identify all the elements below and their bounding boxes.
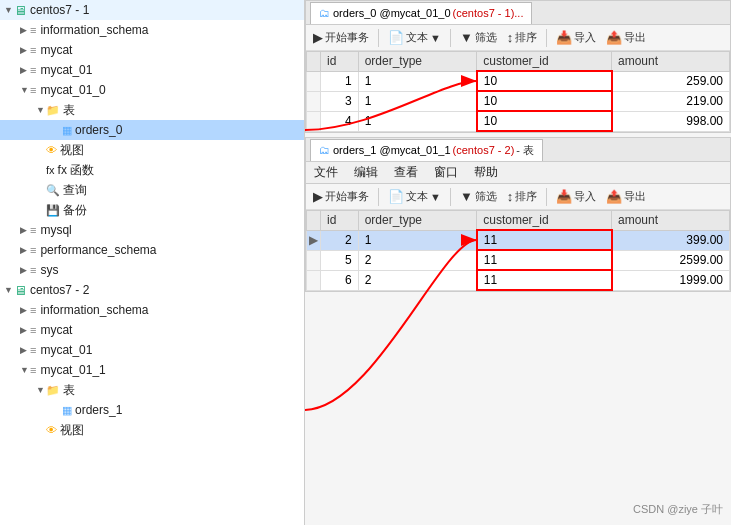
col-header-id: id [321, 211, 359, 231]
menu-item-查看[interactable]: 查看 [390, 162, 422, 183]
export-icon: 📤 [606, 30, 622, 45]
cell-order_type[interactable]: 2 [358, 250, 477, 270]
sidebar-item-biao1[interactable]: ▼ 📁 表 [0, 100, 304, 120]
tree-label: information_schema [40, 23, 148, 37]
sidebar-item-mycat_012[interactable]: ▶ ≡ mycat_01 [0, 340, 304, 360]
expand-arrow: ▶ [20, 325, 30, 335]
cell-order_type[interactable]: 1 [358, 111, 477, 131]
cell-customer_id[interactable]: 10 [477, 91, 612, 111]
table-row[interactable]: 1110259.00 [307, 71, 730, 91]
begin-tx-label: 开始事务 [325, 30, 369, 45]
expand-arrow: ▼ [36, 105, 46, 115]
cell-customer_id[interactable]: 11 [477, 270, 612, 290]
text-button[interactable]: 📄 文本 ▼ [385, 29, 444, 46]
cell-id[interactable]: 2 [321, 230, 359, 250]
sort-button[interactable]: ↕ 排序 [504, 29, 541, 46]
cell-id[interactable]: 4 [321, 111, 359, 131]
menu-item-编辑[interactable]: 编辑 [350, 162, 382, 183]
sidebar-item-mysql1[interactable]: ▶ ≡ mysql [0, 220, 304, 240]
bottom-panel-tab[interactable]: 🗂 orders_1 @mycat_01_1 (centos7 - 2) - 表 [310, 139, 543, 161]
menu-item-文件[interactable]: 文件 [310, 162, 342, 183]
export-label2: 导出 [624, 189, 646, 204]
cell-customer_id[interactable]: 10 [477, 71, 612, 91]
menu-item-窗口[interactable]: 窗口 [430, 162, 462, 183]
sidebar-item-information_schema1[interactable]: ▶ ≡ information_schema [0, 20, 304, 40]
col-header-amount: amount [612, 52, 730, 72]
cell-order_type[interactable]: 1 [358, 230, 477, 250]
cell-amount[interactable]: 998.00 [612, 111, 730, 131]
cell-id[interactable]: 1 [321, 71, 359, 91]
filter-label2: 筛选 [475, 189, 497, 204]
col-header-amount: amount [612, 211, 730, 231]
sidebar-item-mycat2[interactable]: ▶ ≡ mycat [0, 320, 304, 340]
sidebar-item-mycat_01_1[interactable]: ▼ ≡ mycat_01_1 [0, 360, 304, 380]
cell-amount[interactable]: 399.00 [612, 230, 730, 250]
export-button[interactable]: 📤 导出 [603, 29, 649, 46]
import-label2: 导入 [574, 189, 596, 204]
begin-tx-button[interactable]: ▶ 开始事务 [310, 29, 372, 46]
tree-label: 备份 [63, 202, 87, 219]
tree-label: mycat_01 [40, 343, 92, 357]
sidebar-item-information_schema2[interactable]: ▶ ≡ information_schema [0, 300, 304, 320]
cell-amount[interactable]: 219.00 [612, 91, 730, 111]
table-icon2: 🗂 [319, 144, 330, 156]
sidebar-item-performance_schema1[interactable]: ▶ ≡ performance_schema [0, 240, 304, 260]
sidebar-item-shitu1[interactable]: 👁 视图 [0, 140, 304, 160]
filter-button2[interactable]: ▼ 筛选 [457, 188, 500, 205]
sidebar-item-mycat_011[interactable]: ▶ ≡ mycat_01 [0, 60, 304, 80]
filter-button[interactable]: ▼ 筛选 [457, 29, 500, 46]
top-tab-bar: 🗂 orders_0 @mycat_01_0 (centos7 - 1)... [306, 1, 730, 25]
menu-item-帮助[interactable]: 帮助 [470, 162, 502, 183]
expand-arrow: ▼ [20, 365, 30, 375]
text-button2[interactable]: 📄 文本 ▼ [385, 188, 444, 205]
cell-order_type[interactable]: 2 [358, 270, 477, 290]
sidebar-item-mycat_01_0[interactable]: ▼ ≡ mycat_01_0 [0, 80, 304, 100]
cell-order_type[interactable]: 1 [358, 71, 477, 91]
sidebar-item-hanshu1[interactable]: fx fx 函数 [0, 160, 304, 180]
cell-customer_id[interactable]: 11 [477, 230, 612, 250]
cell-customer_id[interactable]: 11 [477, 250, 612, 270]
cell-id[interactable]: 5 [321, 250, 359, 270]
sidebar-item-shitu2[interactable]: 👁 视图 [0, 420, 304, 440]
begin-tx-button2[interactable]: ▶ 开始事务 [310, 188, 372, 205]
top-table-panel: 🗂 orders_0 @mycat_01_0 (centos7 - 1)... … [305, 0, 731, 133]
expand-arrow: ▼ [4, 5, 14, 15]
bottom-tab-text: orders_1 @mycat_01_1 [333, 144, 451, 156]
table-row[interactable]: 4110998.00 [307, 111, 730, 131]
sidebar-item-centos7-2[interactable]: ▼ 🖥 centos7 - 2 [0, 280, 304, 300]
sidebar-item-mycat1[interactable]: ▶ ≡ mycat [0, 40, 304, 60]
row-indicator [307, 71, 321, 91]
tree-label: mycat_01_0 [40, 83, 105, 97]
cell-id[interactable]: 3 [321, 91, 359, 111]
cell-order_type[interactable]: 1 [358, 91, 477, 111]
bottom-table-label: - 表 [516, 143, 534, 158]
export-button2[interactable]: 📤 导出 [603, 188, 649, 205]
table-row[interactable]: ▶2111399.00 [307, 230, 730, 250]
sidebar-item-chaxun1[interactable]: 🔍 查询 [0, 180, 304, 200]
separator3 [546, 29, 547, 47]
cell-amount[interactable]: 259.00 [612, 71, 730, 91]
cell-id[interactable]: 6 [321, 270, 359, 290]
import-button[interactable]: 📥 导入 [553, 29, 599, 46]
sidebar-item-orders_0[interactable]: ▦ orders_0 [0, 120, 304, 140]
cell-amount[interactable]: 1999.00 [612, 270, 730, 290]
sidebar-item-beifen1[interactable]: 💾 备份 [0, 200, 304, 220]
cell-amount[interactable]: 2599.00 [612, 250, 730, 270]
table-row[interactable]: 3110219.00 [307, 91, 730, 111]
tree-label: sys [40, 263, 58, 277]
import-button2[interactable]: 📥 导入 [553, 188, 599, 205]
export-icon2: 📤 [606, 189, 622, 204]
top-panel-tab[interactable]: 🗂 orders_0 @mycat_01_0 (centos7 - 1)... [310, 2, 532, 24]
sidebar-item-sys1[interactable]: ▶ ≡ sys [0, 260, 304, 280]
sidebar-item-orders_1[interactable]: ▦ orders_1 [0, 400, 304, 420]
sidebar-item-centos7-1[interactable]: ▼ 🖥 centos7 - 1 [0, 0, 304, 20]
begin-tx-label2: 开始事务 [325, 189, 369, 204]
import-icon: 📥 [556, 30, 572, 45]
sidebar-item-biao2[interactable]: ▼ 📁 表 [0, 380, 304, 400]
export-label: 导出 [624, 30, 646, 45]
expand-arrow: ▶ [20, 305, 30, 315]
table-row[interactable]: 52112599.00 [307, 250, 730, 270]
sort-button2[interactable]: ↕ 排序 [504, 188, 541, 205]
table-row[interactable]: 62111999.00 [307, 270, 730, 290]
cell-customer_id[interactable]: 10 [477, 111, 612, 131]
